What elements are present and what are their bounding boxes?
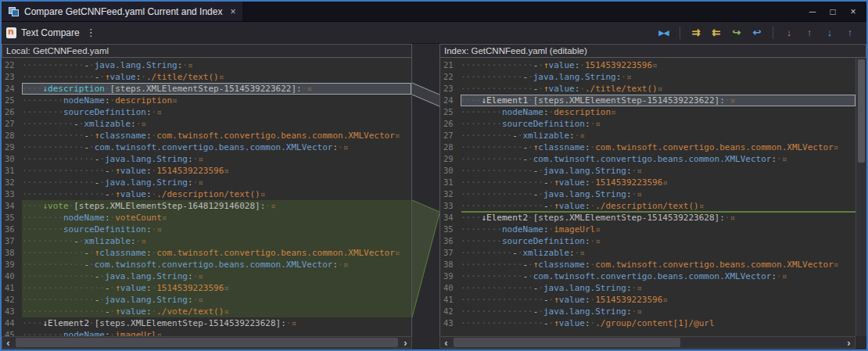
line-number: 31 bbox=[2, 165, 22, 177]
code-line[interactable]: 23··············-·↑value:·./title/text()… bbox=[440, 83, 866, 95]
code-line[interactable]: 33················-·↑value:·./descriptio… bbox=[2, 188, 411, 200]
line-text: ··············-·java.lang.String:·¤ bbox=[461, 165, 855, 177]
code-line[interactable]: 25········nodeName:·description¤ bbox=[440, 106, 866, 118]
line-number: 38 bbox=[440, 259, 461, 270]
code-line[interactable]: 43················-·↑value:·./vote/text(… bbox=[2, 306, 411, 317]
code-line[interactable]: 27··········-·xmlizable:·¤ bbox=[2, 118, 411, 130]
toolbar-separator bbox=[680, 27, 680, 39]
code-line[interactable]: 26········sourceDefinition:·¤ bbox=[2, 106, 411, 118]
next-difference-button[interactable]: ↓ bbox=[780, 25, 798, 41]
code-line[interactable]: 35········nodeName:·imageUrl¤ bbox=[440, 224, 866, 235]
right-hscroll-thumb[interactable] bbox=[454, 338, 680, 347]
code-line[interactable]: 27··········-·xmlizable:·¤ bbox=[440, 130, 866, 141]
line-text: ····↓Element1·[steps.XMLElementStep-1514… bbox=[461, 95, 855, 106]
code-line[interactable]: 40··············-·java.lang.String:·¤ bbox=[2, 270, 411, 282]
line-number: 36 bbox=[2, 224, 22, 235]
insertion-marker bbox=[461, 211, 855, 213]
previous-difference-button[interactable]: ↑ bbox=[801, 25, 818, 41]
previous-difference-icon: ↑ bbox=[807, 27, 812, 38]
code-line[interactable]: 24····↓description·[steps.XMLElementStep… bbox=[2, 83, 411, 95]
code-line[interactable]: 35········nodeName:·voteCount¤ bbox=[2, 212, 411, 224]
code-line[interactable]: 29············-·com.twinsoft.convertigo.… bbox=[2, 141, 411, 153]
swap-left-right-button[interactable]: ▸◂ bbox=[655, 25, 673, 41]
line-number: 25 bbox=[440, 106, 461, 118]
toolbar-title: Text Compare bbox=[21, 27, 80, 38]
editor-tab[interactable]: Compare GetCNNFeed.yaml Current and Inde… bbox=[2, 2, 242, 21]
left-horizontal-scrollbar[interactable]: ‹ › bbox=[2, 336, 412, 349]
code-line[interactable]: 36········sourceDefinition:·¤ bbox=[2, 224, 411, 235]
code-line[interactable]: 32··············-·java.lang.String:·¤ bbox=[440, 188, 866, 200]
next-change-icon: ↓ bbox=[827, 27, 833, 38]
code-line[interactable]: 37··········-·xmlizable:·¤ bbox=[2, 235, 411, 247]
copy-current-right-to-left-button[interactable]: ↩ bbox=[748, 25, 766, 41]
right-horizontal-scrollbar[interactable]: ‹ › bbox=[439, 336, 855, 349]
code-line[interactable]: 44····↓Element2·[steps.XMLElementStep-15… bbox=[2, 317, 411, 329]
next-change-button[interactable]: ↓ bbox=[821, 25, 838, 41]
code-line[interactable]: 30··············-·java.lang.String:·¤ bbox=[440, 165, 866, 177]
code-line[interactable]: 24····↓Element1·[steps.XMLElementStep-15… bbox=[440, 95, 866, 106]
line-text: ········sourceDefinition:·¤ bbox=[461, 235, 855, 247]
line-number: 24 bbox=[440, 95, 461, 106]
line-text: ····↓description·[steps.XMLElementStep-1… bbox=[22, 83, 411, 95]
right-hscroll-track[interactable] bbox=[452, 337, 843, 348]
code-line[interactable]: 22············-·java.lang.String:·¤ bbox=[2, 59, 411, 71]
copy-all-right-to-left-button[interactable]: ⇇ bbox=[708, 25, 725, 41]
minimize-button[interactable]: ─ bbox=[802, 6, 823, 17]
code-line[interactable]: 41················-·↑value:·151453922359… bbox=[440, 294, 866, 306]
code-line[interactable]: 43················-·↑value:·./group/cont… bbox=[440, 317, 866, 329]
right-editor[interactable]: 21··············-·↑value:·1514539223596¤… bbox=[439, 58, 866, 336]
line-number: 24 bbox=[2, 83, 22, 95]
left-hscroll-track[interactable] bbox=[14, 337, 400, 348]
code-line[interactable]: 39············-·com.twinsoft.convertigo.… bbox=[2, 259, 411, 270]
line-number: 23 bbox=[2, 71, 22, 83]
code-line[interactable]: 25········nodeName:·description¤ bbox=[2, 95, 411, 106]
scroll-right-icon[interactable]: › bbox=[400, 338, 411, 348]
line-text: ········sourceDefinition:·¤ bbox=[22, 224, 411, 235]
line-number: 26 bbox=[2, 106, 22, 118]
code-line[interactable]: 34····↓Element2·[steps.XMLElementStep-15… bbox=[440, 212, 866, 224]
scroll-left-icon[interactable]: ‹ bbox=[440, 338, 452, 348]
code-line[interactable]: 28············-·↑classname:·com.twinsoft… bbox=[440, 141, 866, 153]
copy-current-left-to-right-button[interactable]: ↪ bbox=[728, 25, 745, 41]
vertical-scrollbar[interactable] bbox=[855, 58, 866, 336]
code-line[interactable]: 29············-·com.twinsoft.convertigo.… bbox=[440, 153, 866, 165]
code-line[interactable]: 38············-·↑classname:·com.twinsoft… bbox=[440, 259, 866, 270]
code-line[interactable]: 33················-·↑value:·./descriptio… bbox=[440, 200, 866, 212]
view-menu-button[interactable]: ⋮ bbox=[86, 27, 97, 38]
code-line[interactable]: 31················-·↑value:·151453922359… bbox=[2, 165, 411, 177]
line-text: ··············-·java.lang.String:·¤ bbox=[22, 270, 411, 282]
code-line[interactable]: 45········nodeName:·imageUrl¤ bbox=[2, 329, 411, 336]
line-number: 37 bbox=[440, 247, 461, 259]
scroll-left-icon[interactable]: ‹ bbox=[2, 338, 14, 348]
code-line[interactable]: 22············-·java.lang.String:·¤ bbox=[440, 71, 866, 83]
code-line[interactable]: 26········sourceDefinition:·¤ bbox=[440, 118, 866, 130]
left-editor[interactable]: 22············-·java.lang.String:·¤23···… bbox=[2, 58, 412, 336]
copy-all-left-to-right-button[interactable]: ⇉ bbox=[687, 25, 705, 41]
tab-close-icon[interactable]: × bbox=[230, 6, 235, 17]
code-line[interactable]: 40··············-·java.lang.String:·¤ bbox=[440, 282, 866, 294]
left-hscroll-thumb[interactable] bbox=[16, 338, 398, 347]
previous-change-button[interactable]: ↑ bbox=[841, 25, 859, 41]
scroll-right-icon[interactable]: › bbox=[843, 338, 855, 348]
line-number: 39 bbox=[440, 270, 461, 282]
line-text: ················-·↑value:·1514539223596¤ bbox=[22, 165, 411, 177]
code-line[interactable]: 23··············-·↑value:·./title/text()… bbox=[2, 71, 411, 83]
line-text: ················-·↑value:·1514539223596¤ bbox=[22, 282, 411, 294]
code-line[interactable]: 41················-·↑value:·151453922359… bbox=[2, 282, 411, 294]
code-line[interactable]: 38············-·↑classname:·com.twinsoft… bbox=[2, 247, 411, 259]
maximize-button[interactable]: □ bbox=[823, 6, 843, 17]
code-line[interactable]: 42··············-·java.lang.String:·¤ bbox=[440, 306, 866, 317]
code-line[interactable]: 34····↓vote·[steps.XMLElementStep-164812… bbox=[2, 200, 411, 212]
code-line[interactable]: 32··············-·java.lang.String:·¤ bbox=[2, 177, 411, 188]
code-line[interactable]: 39············-·com.twinsoft.convertigo.… bbox=[440, 270, 866, 282]
code-line[interactable]: 36········sourceDefinition:·¤ bbox=[440, 235, 866, 247]
vertical-scrollbar-thumb[interactable] bbox=[858, 59, 865, 163]
copy-current-right-to-left-icon: ↩ bbox=[753, 27, 762, 38]
close-button[interactable]: × bbox=[843, 6, 863, 17]
code-line[interactable]: 37··········-·xmlizable:·¤ bbox=[440, 247, 866, 259]
code-line[interactable]: 28············-·↑classname:·com.twinsoft… bbox=[2, 130, 411, 141]
code-line[interactable]: 30··············-·java.lang.String:·¤ bbox=[2, 153, 411, 165]
code-line[interactable]: 21··············-·↑value:·1514539223596¤ bbox=[440, 59, 866, 71]
code-line[interactable]: 42··············-·java.lang.String:·¤ bbox=[2, 294, 411, 306]
code-line[interactable]: 31················-·↑value:·151453922359… bbox=[440, 177, 866, 188]
